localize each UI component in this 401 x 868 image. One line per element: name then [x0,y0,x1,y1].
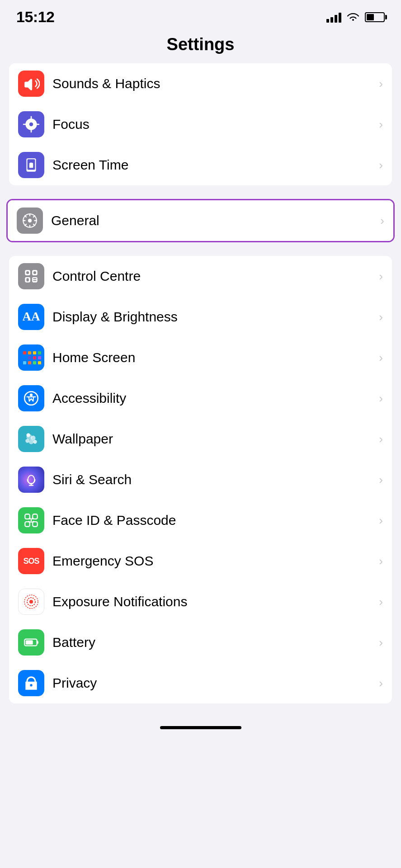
status-icons [326,12,385,23]
svg-text:AA: AA [23,310,40,323]
home-bar [160,726,241,729]
wallpaper-label: Wallpaper [52,431,375,447]
siri-search-chevron: › [379,473,383,487]
settings-item-accessibility[interactable]: Accessibility › [9,378,392,419]
accessibility-label: Accessibility [52,391,375,406]
emergency-sos-label: Emergency SOS [52,553,375,569]
display-brightness-label: Display & Brightness [52,309,375,325]
settings-item-home-screen[interactable]: Home Screen › [9,337,392,378]
settings-item-emergency-sos[interactable]: SOS Emergency SOS › [9,541,392,581]
privacy-icon [18,670,44,696]
wallpaper-chevron: › [379,432,383,446]
battery-status-icon [365,12,385,22]
focus-label: Focus [52,117,375,132]
svg-point-31 [29,518,31,519]
accessibility-icon [18,385,44,411]
svg-point-34 [29,600,33,604]
settings-group-general: General › [6,199,395,242]
wallpaper-icon [18,426,44,452]
svg-rect-9 [32,277,38,283]
emergency-sos-icon: SOS [18,548,44,574]
screen-time-icon [18,152,44,178]
battery-label: Battery [52,635,375,650]
settings-item-sounds-haptics[interactable]: Sounds & Haptics › [9,63,392,104]
svg-rect-30 [33,522,38,527]
siri-icon [18,467,44,493]
home-screen-label: Home Screen [52,350,375,365]
settings-item-wallpaper[interactable]: Wallpaper › [9,419,392,459]
settings-item-face-id[interactable]: Face ID & Passcode › [9,500,392,541]
svg-point-23 [25,439,29,443]
focus-chevron: › [379,118,383,132]
general-label: General [51,213,377,228]
home-indicator [0,717,401,736]
privacy-chevron: › [379,676,383,690]
display-brightness-chevron: › [379,310,383,324]
svg-rect-13 [33,278,36,279]
emergency-sos-chevron: › [379,554,383,568]
settings-item-screen-time[interactable]: Screen Time › [9,145,392,185]
sounds-haptics-chevron: › [379,77,383,91]
svg-point-17 [30,393,33,396]
svg-rect-2 [29,163,33,168]
settings-item-privacy[interactable]: Privacy › [9,663,392,703]
face-id-chevron: › [379,514,383,528]
sounds-haptics-icon [18,71,44,97]
svg-rect-38 [26,640,33,645]
control-centre-icon [18,263,44,289]
svg-rect-39 [37,641,38,644]
svg-point-32 [32,518,33,519]
settings-item-focus[interactable]: Focus › [9,104,392,145]
privacy-label: Privacy [52,675,375,691]
settings-item-battery[interactable]: Battery › [9,622,392,663]
svg-rect-14 [33,280,36,281]
display-brightness-icon: AA [18,304,44,330]
svg-point-21 [29,439,34,444]
exposure-notifications-label: Exposure Notifications [52,594,375,609]
face-id-label: Face ID & Passcode [52,513,375,528]
accessibility-chevron: › [379,392,383,406]
screen-time-label: Screen Time [52,157,375,173]
sounds-haptics-label: Sounds & Haptics [52,76,375,91]
focus-icon [18,111,44,137]
control-centre-chevron: › [379,269,383,283]
svg-point-11 [33,271,36,274]
settings-item-exposure-notifications[interactable]: Exposure Notifications › [9,581,392,622]
svg-point-10 [26,271,29,274]
svg-point-22 [33,440,37,443]
svg-point-5 [28,219,32,222]
general-chevron: › [380,214,384,228]
general-icon [17,208,43,234]
battery-chevron: › [379,636,383,650]
home-screen-icon [18,344,44,371]
settings-item-display-brightness[interactable]: AA Display & Brightness › [9,297,392,337]
status-bar: 15:12 [0,0,401,31]
page-title: Settings [0,31,401,63]
svg-rect-3 [30,163,33,164]
battery-icon-settings [18,629,44,656]
settings-group-1: Sounds & Haptics › Focus › Screen Time › [9,63,392,185]
exposure-notifications-chevron: › [379,595,383,609]
exposure-notifications-icon [18,589,44,615]
siri-search-label: Siri & Search [52,472,375,487]
screen-time-chevron: › [379,158,383,172]
svg-rect-29 [25,522,30,527]
svg-rect-12 [26,278,28,281]
status-time: 15:12 [16,8,54,26]
settings-item-siri-search[interactable]: Siri & Search › [9,459,392,500]
wifi-icon [346,12,360,23]
settings-group-3: Control Centre › AA Display & Brightness… [9,256,392,703]
settings-item-control-centre[interactable]: Control Centre › [9,256,392,297]
settings-item-general[interactable]: General › [8,200,393,241]
signal-bars-icon [326,12,341,23]
control-centre-label: Control Centre [52,269,375,284]
home-screen-chevron: › [379,351,383,365]
face-id-icon [18,507,44,533]
